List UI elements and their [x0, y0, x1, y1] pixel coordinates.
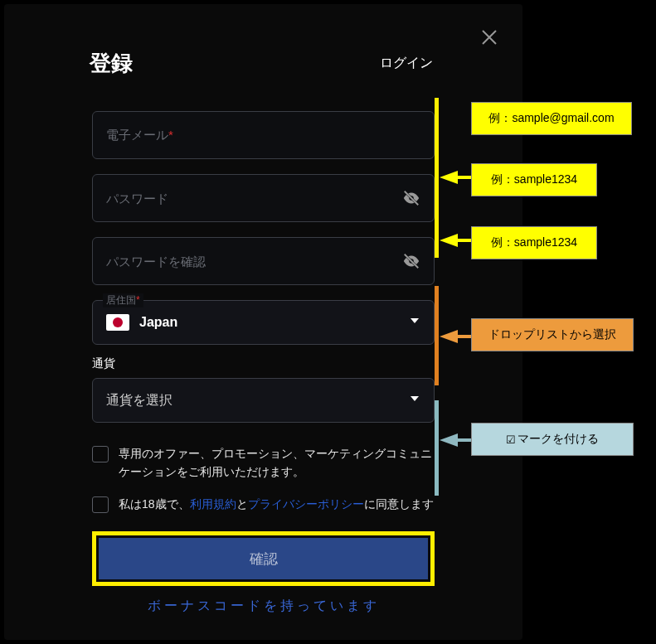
teal-accent-bar: [435, 400, 439, 496]
marketing-checkbox-row: 専用のオファー、プロモーション、マーケティングコミュニケーションをご利用いただけ…: [92, 444, 435, 482]
terms-label: 私は18歳で、利用規約とプライバシーポリシーに同意します: [119, 495, 434, 513]
close-button[interactable]: [479, 27, 504, 52]
email-field-wrap[interactable]: 電子メール*: [92, 111, 435, 159]
callout-password: 例：sample1234: [471, 163, 597, 196]
callout-dropdown: ドロップリストから選択: [471, 318, 634, 351]
bonus-code-link[interactable]: ボーナスコードを持っています: [92, 598, 435, 615]
eye-off-icon[interactable]: [402, 189, 420, 207]
privacy-policy-link[interactable]: プライバシーポリシー: [248, 497, 364, 511]
country-value: Japan: [139, 315, 409, 330]
marketing-checkbox[interactable]: [92, 446, 109, 462]
registration-modal: 登録 ログイン 電子メール* 居住国* Japan: [4, 4, 522, 640]
japan-flag-icon: [106, 314, 129, 331]
marketing-label: 専用のオファー、プロモーション、マーケティングコミュニケーションをご利用いただけ…: [119, 444, 435, 482]
confirm-highlight: 確認: [92, 531, 435, 586]
chevron-down-icon: [409, 393, 420, 408]
yellow-accent-bar: [435, 98, 439, 258]
eye-off-icon[interactable]: [402, 252, 420, 270]
arrow-icon: [440, 330, 458, 343]
arrow-icon: [440, 234, 458, 247]
modal-header: 登録 ログイン: [27, 49, 499, 78]
callout-email: 例：sample@gmail.com: [471, 102, 632, 135]
terms-of-service-link[interactable]: 利用規約: [190, 497, 236, 511]
password-input[interactable]: [106, 191, 402, 206]
callout-password-confirm: 例：sample1234: [471, 226, 597, 259]
currency-select[interactable]: 通貨を選択: [92, 378, 435, 423]
confirm-button[interactable]: 確認: [99, 538, 428, 579]
password-field-wrap[interactable]: [92, 174, 435, 222]
password-confirm-field-wrap[interactable]: [92, 237, 435, 285]
currency-placeholder: 通貨を選択: [106, 392, 409, 409]
login-link[interactable]: ログイン: [380, 55, 433, 72]
orange-accent-bar: [435, 286, 439, 385]
currency-label: 通貨: [92, 356, 435, 371]
country-label: 居住国*: [103, 293, 143, 307]
arrow-icon: [440, 433, 458, 447]
arrow-icon: [440, 171, 458, 184]
country-select[interactable]: 居住国* Japan: [92, 300, 435, 345]
modal-title: 登録: [90, 49, 133, 78]
close-icon: [479, 27, 499, 47]
terms-checkbox-row: 私は18歳で、利用規約とプライバシーポリシーに同意します: [92, 495, 435, 513]
password-confirm-input[interactable]: [106, 254, 402, 269]
terms-checkbox[interactable]: [92, 496, 109, 513]
chevron-down-icon: [409, 315, 420, 330]
callout-checkmark: ☑マークを付ける: [471, 423, 634, 456]
form: 電子メール* 居住国* Japan 通貨: [27, 111, 499, 615]
